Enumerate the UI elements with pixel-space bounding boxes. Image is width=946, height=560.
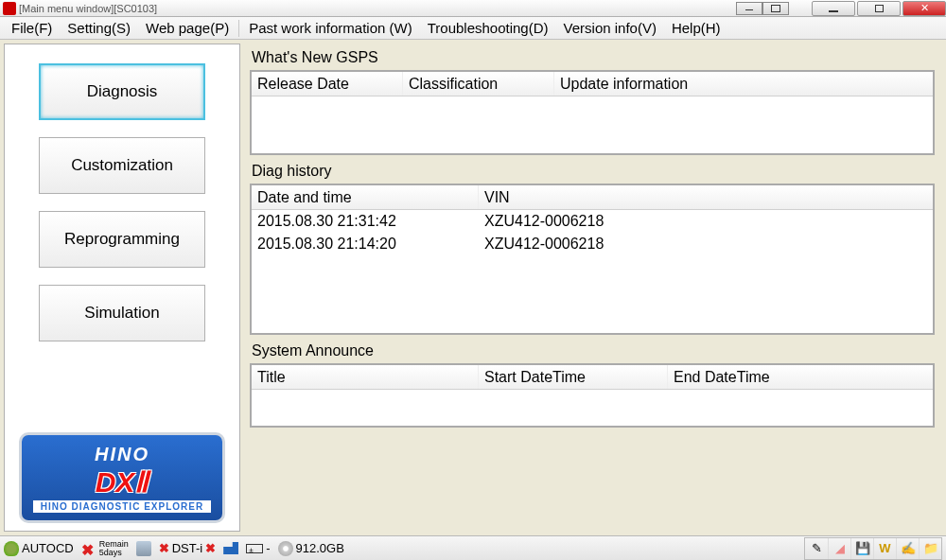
cell-vin: XZU412-0006218 xyxy=(479,236,609,253)
menu-webpage[interactable]: Web page(P) xyxy=(138,20,236,36)
col-end[interactable]: End DateTime xyxy=(668,365,933,389)
cell-datetime: 2015.08.30 21:31:42 xyxy=(252,213,479,230)
content-area: What's New GSPS Release Date Classificat… xyxy=(240,40,946,535)
status-disk-label: 912.0GB xyxy=(296,541,344,555)
whats-new-title: What's New GSPS xyxy=(250,49,935,66)
diag-history-section: Diag history Date and time VIN 2015.08.3… xyxy=(250,163,935,335)
col-datetime[interactable]: Date and time xyxy=(252,185,479,209)
titlebar: [Main menu window][SC0103] ✕ xyxy=(0,0,946,17)
whats-new-header: Release Date Classification Update infor… xyxy=(252,72,933,96)
diag-history-title: Diag history xyxy=(250,163,935,180)
col-classification[interactable]: Classification xyxy=(403,72,554,96)
logo-subtitle: HINO DIAGNOSTIC EXPLORER xyxy=(33,500,211,513)
status-disk: 912.0GB xyxy=(278,541,344,556)
cell-datetime: 2015.08.30 21:14:20 xyxy=(252,236,479,253)
truck-icon xyxy=(223,541,238,556)
menu-troubleshoot[interactable]: Troubleshooting(D) xyxy=(420,20,556,36)
status-dst-label: DST-i xyxy=(172,541,203,555)
logo-brand: HINO xyxy=(95,444,149,465)
system-announce-title: System Announce xyxy=(250,342,935,359)
diag-history-body: 2015.08.30 21:31:42 XZU412-0006218 2015.… xyxy=(252,210,933,255)
sidebar-diagnosis-button[interactable]: Diagnosis xyxy=(39,63,205,120)
whats-new-table[interactable]: Release Date Classification Update infor… xyxy=(250,70,935,155)
col-start[interactable]: Start DateTime xyxy=(479,365,668,389)
status-drive xyxy=(136,541,151,556)
sidebar-simulation-button[interactable]: Simulation xyxy=(39,285,205,341)
menu-setting[interactable]: Setting(S) xyxy=(60,20,138,36)
user-icon xyxy=(4,541,19,556)
window-title: [Main menu window][SC0103] xyxy=(19,3,736,14)
tool-w-icon[interactable]: W xyxy=(873,538,896,559)
statusbar: AUTOCD ✖ Remain 5days ✖ DST-i ✖ ± - 912.… xyxy=(0,535,946,560)
tool-save-icon[interactable]: 💾 xyxy=(850,538,873,559)
system-announce-header: Title Start DateTime End DateTime xyxy=(252,365,933,390)
status-x-icon: ✖ xyxy=(159,541,169,555)
inner-minimize-button[interactable] xyxy=(736,2,762,15)
col-release-date[interactable]: Release Date xyxy=(252,72,403,96)
toolbar-icons: ✎ ◢ 💾 W ✍ 📁 xyxy=(804,537,942,560)
logo-box: HINO DXⅡ HINO DIAGNOSTIC EXPLORER xyxy=(13,427,231,531)
tool-pencil-icon[interactable]: ✎ xyxy=(805,538,828,559)
system-announce-table[interactable]: Title Start DateTime End DateTime xyxy=(250,363,935,428)
cell-vin: XZU412-0006218 xyxy=(479,213,609,230)
menu-pastwork[interactable]: Past work information (W) xyxy=(241,20,420,36)
sidebar: Diagnosis Customization Reprogramming Si… xyxy=(4,44,240,532)
app-icon xyxy=(3,2,16,15)
sidebar-reprogramming-button[interactable]: Reprogramming xyxy=(39,211,205,268)
menu-file[interactable]: File(F) xyxy=(4,20,60,36)
minimize-button[interactable] xyxy=(812,1,855,16)
maximize-button[interactable] xyxy=(857,1,901,16)
status-battery-dash: - xyxy=(266,541,270,555)
menu-separator xyxy=(238,20,239,37)
tool-folder-icon[interactable]: 📁 xyxy=(919,538,941,559)
inner-maximize-button[interactable] xyxy=(762,2,789,15)
table-row[interactable]: 2015.08.30 21:14:20 XZU412-0006218 xyxy=(252,233,933,255)
status-user: AUTOCD xyxy=(4,541,74,556)
tool-edit-icon[interactable]: ✍ xyxy=(896,538,919,559)
sidebar-customization-button[interactable]: Customization xyxy=(39,137,205,194)
col-update-info[interactable]: Update information xyxy=(554,72,933,96)
diag-history-table[interactable]: Date and time VIN 2015.08.30 21:31:42 XZ… xyxy=(250,184,935,335)
status-remain: ✖ Remain 5days xyxy=(81,540,129,557)
main-area: Diagnosis Customization Reprogramming Si… xyxy=(0,40,946,535)
status-truck xyxy=(223,541,238,556)
status-x-icon: ✖ xyxy=(205,541,216,555)
diag-history-header: Date and time VIN xyxy=(252,185,933,210)
whats-new-section: What's New GSPS Release Date Classificat… xyxy=(250,49,935,155)
tool-eraser-icon[interactable]: ◢ xyxy=(828,538,850,559)
menubar: File(F) Setting(S) Web page(P) Past work… xyxy=(0,17,946,40)
battery-icon: ± xyxy=(246,544,263,553)
menu-help[interactable]: Help(H) xyxy=(664,20,728,36)
table-row[interactable]: 2015.08.30 21:31:42 XZU412-0006218 xyxy=(252,210,933,233)
menu-version[interactable]: Version info(V) xyxy=(556,20,664,36)
col-vin[interactable]: VIN xyxy=(479,185,933,209)
status-dst: ✖ DST-i ✖ xyxy=(159,541,217,555)
cross-icon: ✖ xyxy=(81,541,96,556)
col-title[interactable]: Title xyxy=(252,365,479,389)
system-announce-section: System Announce Title Start DateTime End… xyxy=(250,342,935,428)
status-remain-days: 5days xyxy=(99,548,122,557)
disk-icon xyxy=(278,541,293,556)
logo-product: DXⅡ xyxy=(96,465,149,499)
status-battery: ± - xyxy=(246,541,270,555)
hino-logo: HINO DXⅡ HINO DIAGNOSTIC EXPLORER xyxy=(19,432,225,523)
status-user-label: AUTOCD xyxy=(22,541,74,555)
close-button[interactable]: ✕ xyxy=(902,1,946,16)
drive-icon xyxy=(136,541,151,556)
